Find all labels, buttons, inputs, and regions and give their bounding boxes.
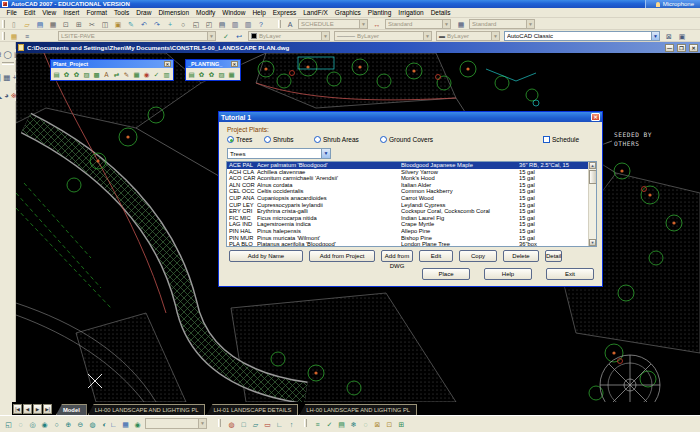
dialog-button[interactable]: Delete	[503, 250, 539, 262]
plot-icon[interactable]: ▦	[47, 19, 59, 29]
zoom-center-icon[interactable]: ◉	[39, 418, 50, 429]
lineweight-dropdown[interactable]: ▬ ByLayer ▼	[436, 31, 500, 41]
menu-item[interactable]: Insert	[60, 9, 83, 16]
dialog-button[interactable]: Add from Project	[309, 250, 375, 262]
properties-icon[interactable]: ▤	[216, 19, 228, 29]
my-workspace-icon[interactable]: ▣	[676, 31, 688, 41]
schedule-checkbox[interactable]: Schedule	[543, 136, 579, 143]
help-icon[interactable]: ?	[255, 19, 267, 29]
plant-row[interactable]: ACO CAR Aconitum carmichaelii 'Arendsii'…	[227, 175, 588, 182]
dialog-button[interactable]: Detail	[545, 250, 562, 262]
ground-cover-icon[interactable]: ▩	[92, 69, 101, 79]
copy-plant-icon[interactable]: ⇄	[112, 69, 121, 79]
workspace-dropdown[interactable]: AutoCAD Classic ▼	[504, 31, 660, 41]
toolbar-grip[interactable]	[218, 419, 221, 427]
cut-icon[interactable]: ✂	[86, 19, 98, 29]
layer-freeze-icon[interactable]: ❄	[348, 418, 359, 429]
close-icon[interactable]: ✕	[164, 61, 171, 67]
pan-icon[interactable]: +	[164, 19, 176, 29]
zoom-realtime-icon[interactable]: ○	[177, 19, 189, 29]
close-icon[interactable]: ✕	[231, 61, 238, 67]
radio-shrub-areas[interactable]: Shrub Areas	[314, 136, 359, 143]
color-dropdown[interactable]: ByLayer ▼	[248, 31, 330, 41]
first-tab-icon[interactable]: |◀	[13, 404, 22, 414]
ucs-z-axis-icon[interactable]: ↑	[286, 418, 297, 429]
dialog-button[interactable]: Edit	[419, 250, 453, 262]
plant-row[interactable]: PLA BLO Platanus acerifolia 'Bloodgood' …	[227, 241, 588, 246]
last-tab-icon[interactable]: ▶|	[43, 404, 52, 414]
list-scrollbar[interactable]: ▲ ▼	[588, 162, 596, 246]
toolbar-grip[interactable]	[2, 32, 5, 40]
minimize-button[interactable]: —	[665, 44, 674, 52]
radio-ground-covers[interactable]: Ground Covers	[380, 136, 433, 143]
menu-item[interactable]: Dimension	[155, 9, 193, 16]
text-style-dropdown[interactable]: SCHEDULE ▼	[298, 19, 368, 29]
copy-icon[interactable]: ◫	[99, 19, 111, 29]
ellipse-icon[interactable]: ◯	[3, 49, 13, 60]
save-icon[interactable]: ▤	[34, 19, 46, 29]
plant-detail-icon[interactable]: ▥	[162, 69, 171, 79]
plant-project-titlebar[interactable]: Plant_Project ✕	[51, 60, 173, 68]
paste-icon[interactable]: ▣	[112, 19, 124, 29]
dialog-button[interactable]: Exit	[546, 268, 594, 280]
dialog-button[interactable]: Add from DWG	[381, 250, 413, 262]
plant-row[interactable]: PIN MUR Pinus muricata 'Wilmont' Bishop …	[227, 235, 588, 242]
zoom-dynamic-icon[interactable]: ◌	[15, 418, 26, 429]
menu-item[interactable]: Express	[269, 9, 299, 16]
layout-tab[interactable]: LH-00 LANDSCAPE AND LIGHTING PL	[88, 404, 206, 415]
layer-unlock-icon[interactable]: ⊡	[384, 418, 395, 429]
dim-style-dropdown[interactable]: Standard ▼	[385, 19, 451, 29]
place-plant-icon[interactable]: ✿	[62, 69, 71, 79]
new-file-icon[interactable]: ▯	[8, 19, 20, 29]
next-tab-icon[interactable]: ▶	[33, 404, 42, 414]
menu-item[interactable]: Planting	[364, 9, 395, 16]
radio-shrubs[interactable]: Shrubs	[264, 136, 294, 143]
match-properties-icon[interactable]: ✎	[125, 19, 137, 29]
publish-icon[interactable]: ⊞	[73, 19, 85, 29]
layer-off-icon[interactable]: ◌	[360, 418, 371, 429]
layer-isolate-icon[interactable]: ▤	[336, 418, 347, 429]
menu-item[interactable]: View	[39, 9, 60, 16]
menu-item[interactable]: Help	[249, 9, 269, 16]
plot-preview-icon[interactable]: ⊡	[60, 19, 72, 29]
verify-plant-icon[interactable]: ✓	[152, 69, 161, 79]
edit-plant-icon[interactable]: ✎	[122, 69, 131, 79]
plant-row[interactable]: ACE PAL Acer palmatum 'Bloodgood' Bloodg…	[227, 162, 588, 169]
tool-palettes-icon[interactable]: ▥	[242, 19, 254, 29]
plant-schedule-icon[interactable]: ▦	[132, 69, 141, 79]
dialog-titlebar[interactable]: Tutorial 1 ✕	[219, 112, 602, 122]
ucs-view-icon[interactable]: ▭	[262, 418, 273, 429]
layout-tab[interactable]: Model	[56, 404, 87, 415]
menu-item[interactable]: Edit	[20, 9, 38, 16]
plant-row[interactable]: ERY CRI Erythrina crista-galli Cockspur …	[227, 208, 588, 215]
close-button[interactable]: ✕	[689, 44, 698, 52]
zoom-in-icon[interactable]: ⊕	[63, 418, 74, 429]
toolbar-grip[interactable]	[2, 20, 5, 28]
menu-item[interactable]: Draw	[133, 9, 155, 16]
plant-label-icon[interactable]: A	[102, 69, 111, 79]
layers-icon[interactable]: ≡	[21, 31, 33, 41]
shrub-areas-icon[interactable]: ▨	[217, 69, 226, 79]
planting-menu-icon[interactable]: ▤	[187, 69, 196, 79]
dialog-button[interactable]: Place	[422, 268, 470, 280]
dialog-button[interactable]: Copy	[459, 250, 497, 262]
plant-row[interactable]: ACH CLA Achillea clavennae Silvery Yarro…	[227, 169, 588, 176]
prev-tab-icon[interactable]: ◀	[23, 404, 32, 414]
named-views-icon[interactable]: ▦	[120, 418, 131, 429]
ucs-world-icon[interactable]: ◍	[226, 418, 237, 429]
toolbar-grip[interactable]	[304, 419, 307, 427]
menu-item[interactable]: Irrigation	[395, 9, 427, 16]
close-icon[interactable]: ✕	[591, 113, 600, 121]
scroll-down-icon[interactable]: ▼	[589, 239, 596, 246]
designcenter-icon[interactable]: ▥	[229, 19, 241, 29]
restore-button[interactable]: ❐	[677, 44, 686, 52]
layer-walk-icon[interactable]: ≡	[312, 418, 323, 429]
ucs-icon[interactable]: ∟	[108, 418, 119, 429]
plant-row[interactable]: LAG IND Lagerstroemia indica Crape Myrtl…	[227, 221, 588, 228]
dim-style-icon[interactable]: ↔	[371, 19, 383, 29]
scrollbar-thumb[interactable]	[589, 170, 597, 184]
plant-row[interactable]: FIC MIC Ficus microcarpa nitida Indian L…	[227, 215, 588, 222]
menu-item[interactable]: Graphics	[331, 9, 364, 16]
place-shrub-icon[interactable]: ✿	[72, 69, 81, 79]
scroll-up-icon[interactable]: ▲	[589, 162, 596, 169]
